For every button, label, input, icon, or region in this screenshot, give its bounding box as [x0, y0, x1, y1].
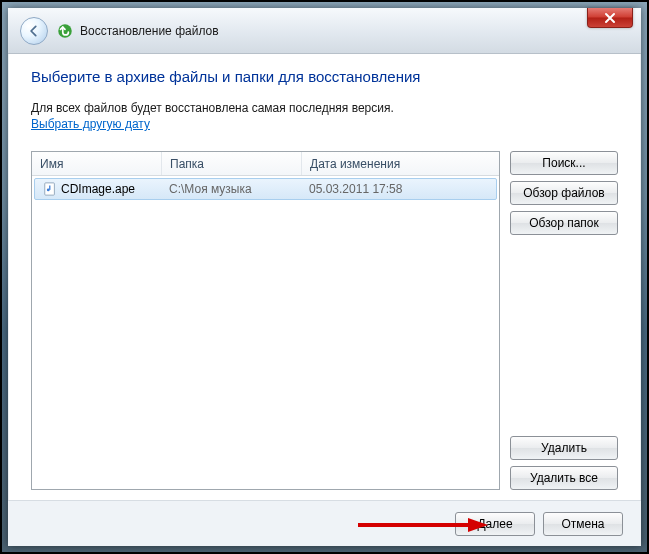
search-button[interactable]: Поиск...: [510, 151, 618, 175]
side-buttons: Поиск... Обзор файлов Обзор папок Удалит…: [510, 151, 618, 490]
remove-button[interactable]: Удалить: [510, 436, 618, 460]
footer-bar: Далее Отмена: [8, 500, 641, 546]
page-heading: Выберите в архиве файлы и папки для восс…: [31, 68, 618, 85]
window-title: Восстановление файлов: [80, 24, 219, 38]
main-row: Имя Папка Дата изменения: [31, 151, 618, 490]
choose-date-link[interactable]: Выбрать другую дату: [31, 117, 618, 131]
arrow-left-icon: [27, 24, 41, 38]
title-bar: Восстановление файлов: [8, 8, 641, 54]
list-body[interactable]: CDImage.ape C:\Моя музыка 05.03.2011 17:…: [32, 176, 499, 489]
cell-name: CDImage.ape: [35, 182, 161, 196]
next-button[interactable]: Далее: [455, 512, 535, 536]
col-header-date[interactable]: Дата изменения: [302, 152, 499, 175]
table-row[interactable]: CDImage.ape C:\Моя музыка 05.03.2011 17:…: [34, 178, 497, 200]
back-button[interactable]: [20, 17, 48, 45]
restore-icon: [56, 22, 74, 40]
cell-folder: C:\Моя музыка: [161, 182, 301, 196]
cell-date: 05.03.2011 17:58: [301, 182, 496, 196]
svg-rect-3: [49, 186, 50, 190]
screenshot-frame: Восстановление файлов Выберите в архиве …: [0, 0, 649, 554]
col-header-name[interactable]: Имя: [32, 152, 162, 175]
close-icon: [604, 12, 616, 24]
close-button[interactable]: [587, 8, 633, 28]
browse-folders-button[interactable]: Обзор папок: [510, 211, 618, 235]
spacer: [510, 241, 618, 430]
cell-name-text: CDImage.ape: [61, 182, 135, 196]
list-header: Имя Папка Дата изменения: [32, 152, 499, 176]
col-header-folder[interactable]: Папка: [162, 152, 302, 175]
browse-files-button[interactable]: Обзор файлов: [510, 181, 618, 205]
page-subtext: Для всех файлов будет восстановлена сама…: [31, 101, 618, 115]
cancel-button[interactable]: Отмена: [543, 512, 623, 536]
file-icon: [43, 182, 57, 196]
dialog-window: Восстановление файлов Выберите в архиве …: [8, 8, 641, 546]
file-list: Имя Папка Дата изменения: [31, 151, 500, 490]
remove-all-button[interactable]: Удалить все: [510, 466, 618, 490]
content-area: Выберите в архиве файлы и папки для восс…: [9, 54, 640, 500]
